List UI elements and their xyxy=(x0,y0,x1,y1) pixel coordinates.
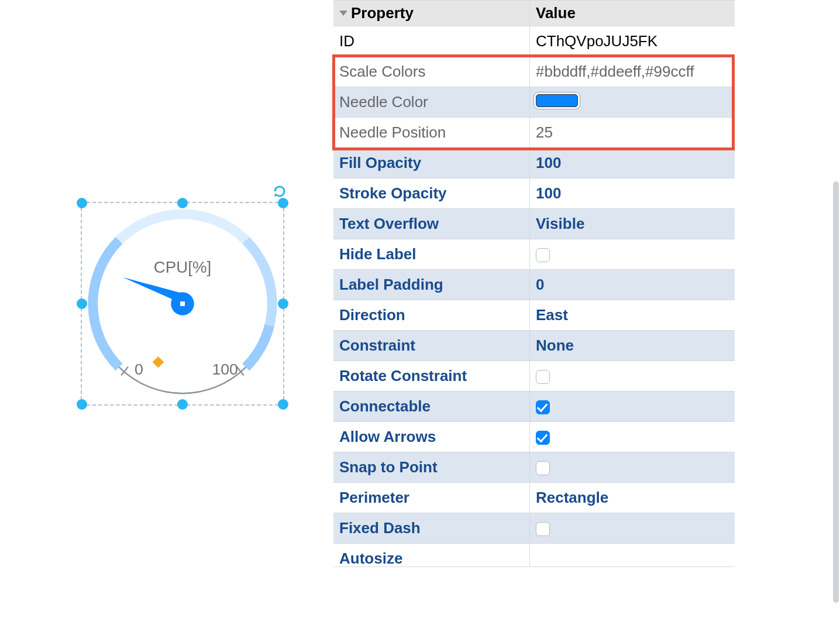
property-label-label_padding: Label Padding xyxy=(333,270,530,300)
property-label-rotate_constraint: Rotate Constraint xyxy=(333,361,530,391)
scrollbar-thumb[interactable] xyxy=(833,181,839,603)
property-value-needle_color[interactable] xyxy=(530,87,735,117)
property-row-direction[interactable]: DirectionEast xyxy=(333,300,735,331)
property-label-fill_opacity: Fill Opacity xyxy=(333,148,530,178)
property-row-needle_color[interactable]: Needle Color xyxy=(333,87,735,118)
property-row-snap_to_point[interactable]: Snap to Point xyxy=(333,452,735,483)
gauge-needle xyxy=(122,277,194,315)
property-value-constraint[interactable]: None xyxy=(530,331,735,360)
gauge-max-label: 100 xyxy=(212,360,238,378)
property-row-connectable[interactable]: Connectable xyxy=(333,392,735,422)
property-label-snap_to_point: Snap to Point xyxy=(333,452,530,482)
property-label-hide_label: Hide Label xyxy=(333,239,530,269)
checkbox-connectable[interactable] xyxy=(536,400,550,414)
header-property[interactable]: Property xyxy=(333,1,530,26)
property-value-needle_position[interactable]: 25 xyxy=(530,118,735,147)
property-row-autosize[interactable]: Autosize xyxy=(333,544,735,567)
property-row-hide_label[interactable]: Hide Label xyxy=(333,239,735,270)
property-label-needle_color: Needle Color xyxy=(333,87,530,117)
property-value-allow_arrows[interactable] xyxy=(530,422,735,452)
header-value: Value xyxy=(530,1,735,26)
property-value-perimeter[interactable]: Rectangle xyxy=(530,483,735,513)
gauge-shape[interactable]: 0 100 CPU[%] xyxy=(82,203,283,404)
property-row-text_overflow[interactable]: Text OverflowVisible xyxy=(333,209,735,239)
property-label-stroke_opacity: Stroke Opacity xyxy=(333,178,530,208)
property-label-fixed_dash: Fixed Dash xyxy=(333,513,530,543)
checkbox-snap_to_point[interactable] xyxy=(536,461,550,475)
property-row-rotate_constraint[interactable]: Rotate Constraint xyxy=(333,361,735,392)
panel-scrollbar[interactable] xyxy=(832,181,840,603)
property-value-label_padding[interactable]: 0 xyxy=(530,270,735,300)
property-value-direction[interactable]: East xyxy=(530,300,735,330)
property-label-allow_arrows: Allow Arrows xyxy=(333,422,530,452)
property-row-label_padding[interactable]: Label Padding0 xyxy=(333,270,735,300)
svg-rect-4 xyxy=(180,301,185,306)
property-value-scale_colors[interactable]: #bbddff,#ddeeff,#99ccff xyxy=(530,57,735,87)
property-label-constraint: Constraint xyxy=(333,331,530,360)
property-row-constraint[interactable]: ConstraintNone xyxy=(333,331,735,361)
property-panel: Property Value IDCThQVpoJUJ5FKScale Colo… xyxy=(333,0,735,567)
gauge-title: CPU[%] xyxy=(154,258,211,276)
property-label-perimeter: Perimeter xyxy=(333,483,530,513)
property-value-rotate_constraint[interactable] xyxy=(530,361,735,391)
property-row-stroke_opacity[interactable]: Stroke Opacity100 xyxy=(333,178,735,209)
property-row-scale_colors[interactable]: Scale Colors#bbddff,#ddeeff,#99ccff xyxy=(333,57,735,87)
property-value-hide_label[interactable] xyxy=(530,239,735,269)
checkbox-rotate_constraint[interactable] xyxy=(536,370,550,384)
property-label-direction: Direction xyxy=(333,300,530,330)
property-label-scale_colors: Scale Colors xyxy=(333,57,530,87)
property-label-autosize: Autosize xyxy=(333,544,530,566)
rotate-handle-icon[interactable] xyxy=(273,184,287,201)
property-row-fill_opacity[interactable]: Fill Opacity100 xyxy=(333,148,735,178)
checkbox-allow_arrows[interactable] xyxy=(536,431,550,445)
property-value-autosize[interactable] xyxy=(530,544,735,566)
property-label-connectable: Connectable xyxy=(333,392,530,421)
property-header-row: Property Value xyxy=(333,1,735,26)
property-row-allow_arrows[interactable]: Allow Arrows xyxy=(333,422,735,452)
color-swatch-needle_color[interactable] xyxy=(536,94,578,107)
checkbox-fixed_dash[interactable] xyxy=(536,522,550,536)
property-value-connectable[interactable] xyxy=(530,392,735,421)
waypoint-diamond-icon[interactable] xyxy=(153,356,164,368)
gauge-min-label: 0 xyxy=(135,360,143,378)
property-row-perimeter[interactable]: PerimeterRectangle xyxy=(333,483,735,513)
property-value-fixed_dash[interactable] xyxy=(530,513,735,543)
property-label-needle_position: Needle Position xyxy=(333,118,530,147)
shape-selection[interactable]: 0 100 CPU[%] xyxy=(81,202,284,406)
property-row-id[interactable]: IDCThQVpoJUJ5FK xyxy=(333,26,735,57)
diagram-canvas[interactable]: 0 100 CPU[%] xyxy=(0,0,333,618)
property-value-stroke_opacity[interactable]: 100 xyxy=(530,178,735,208)
property-value-fill_opacity[interactable]: 100 xyxy=(530,148,735,178)
property-value-text_overflow[interactable]: Visible xyxy=(530,209,735,239)
property-label-text_overflow: Text Overflow xyxy=(333,209,530,239)
property-value-id[interactable]: CThQVpoJUJ5FK xyxy=(530,26,735,56)
checkbox-hide_label[interactable] xyxy=(536,248,550,262)
disclosure-triangle-icon[interactable] xyxy=(339,11,347,16)
property-value-snap_to_point[interactable] xyxy=(530,452,735,482)
property-row-fixed_dash[interactable]: Fixed Dash xyxy=(333,513,735,544)
property-row-needle_position[interactable]: Needle Position25 xyxy=(333,118,735,148)
property-label-id: ID xyxy=(333,26,530,56)
